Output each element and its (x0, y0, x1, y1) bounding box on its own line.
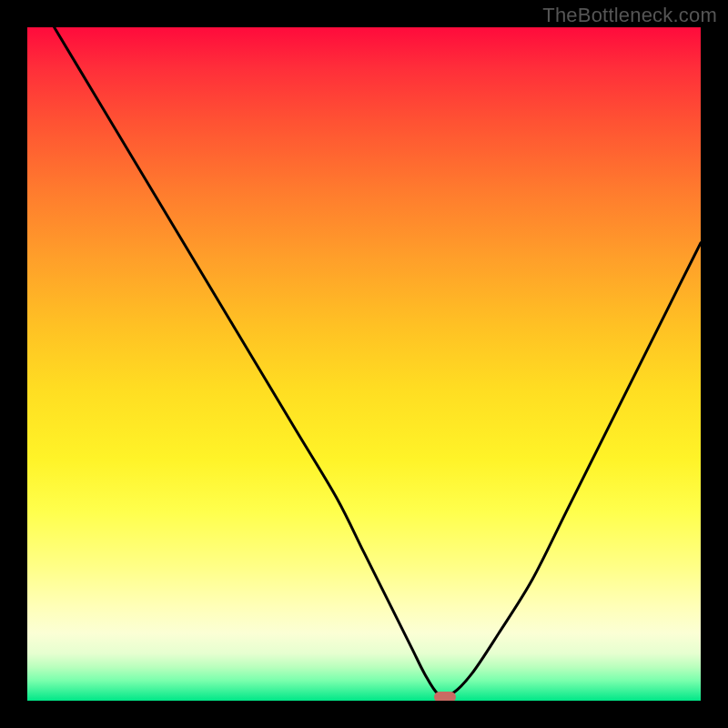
optimal-point-marker (434, 692, 456, 701)
bottleneck-curve (27, 27, 701, 701)
watermark-text: TheBottleneck.com (542, 4, 717, 27)
plot-area (27, 27, 701, 701)
